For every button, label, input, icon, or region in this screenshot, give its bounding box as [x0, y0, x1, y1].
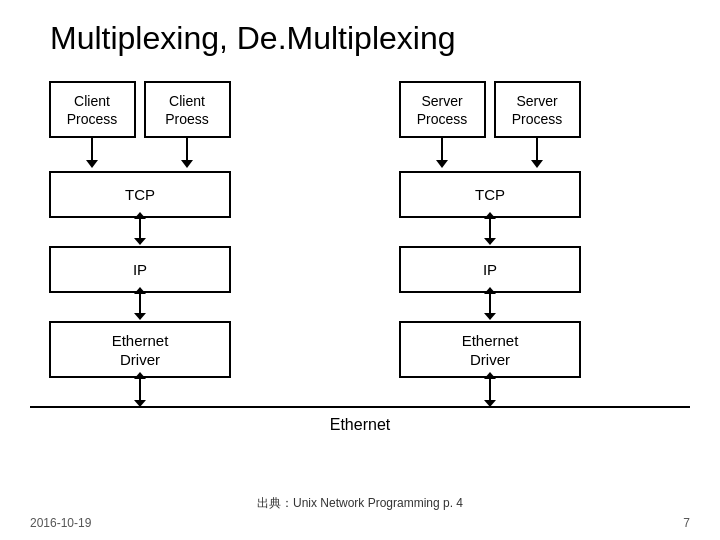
diagram: Client Process Client Proess TCP IP Ethe… — [30, 72, 690, 442]
date-label: 2016-10-19 — [30, 516, 91, 530]
svg-marker-9 — [181, 160, 193, 168]
svg-text:Server: Server — [516, 93, 558, 109]
svg-text:Process: Process — [67, 111, 118, 127]
svg-marker-45 — [484, 313, 496, 320]
page-title: Multiplexing, De.Multiplexing — [30, 10, 690, 72]
svg-text:Proess: Proess — [165, 111, 209, 127]
svg-rect-46 — [400, 322, 580, 377]
source-note: 出典：Unix Network Programming p. 4 — [257, 495, 463, 512]
slide: Multiplexing, De.Multiplexing Client Pro… — [0, 0, 720, 540]
svg-text:TCP: TCP — [475, 186, 505, 203]
svg-text:Process: Process — [417, 111, 468, 127]
svg-text:Client: Client — [74, 93, 110, 109]
page-number: 7 — [683, 516, 690, 530]
svg-marker-19 — [134, 313, 146, 320]
svg-text:Driver: Driver — [470, 351, 510, 368]
svg-marker-51 — [484, 400, 496, 407]
svg-rect-0 — [50, 82, 135, 137]
svg-text:Server: Server — [421, 93, 463, 109]
svg-text:Client: Client — [169, 93, 205, 109]
svg-rect-29 — [495, 82, 580, 137]
svg-text:Ethernet: Ethernet — [112, 332, 170, 349]
svg-text:Ethernet: Ethernet — [462, 332, 520, 349]
svg-rect-3 — [145, 82, 230, 137]
svg-text:Process: Process — [512, 111, 563, 127]
svg-text:IP: IP — [133, 261, 147, 278]
svg-rect-20 — [50, 322, 230, 377]
svg-marker-35 — [531, 160, 543, 168]
svg-text:Ethernet: Ethernet — [330, 416, 391, 433]
svg-text:TCP: TCP — [125, 186, 155, 203]
svg-marker-33 — [436, 160, 448, 168]
svg-rect-26 — [400, 82, 485, 137]
svg-marker-14 — [134, 238, 146, 245]
svg-text:IP: IP — [483, 261, 497, 278]
svg-marker-7 — [86, 160, 98, 168]
svg-text:Driver: Driver — [120, 351, 160, 368]
svg-marker-25 — [134, 400, 146, 407]
svg-marker-40 — [484, 238, 496, 245]
